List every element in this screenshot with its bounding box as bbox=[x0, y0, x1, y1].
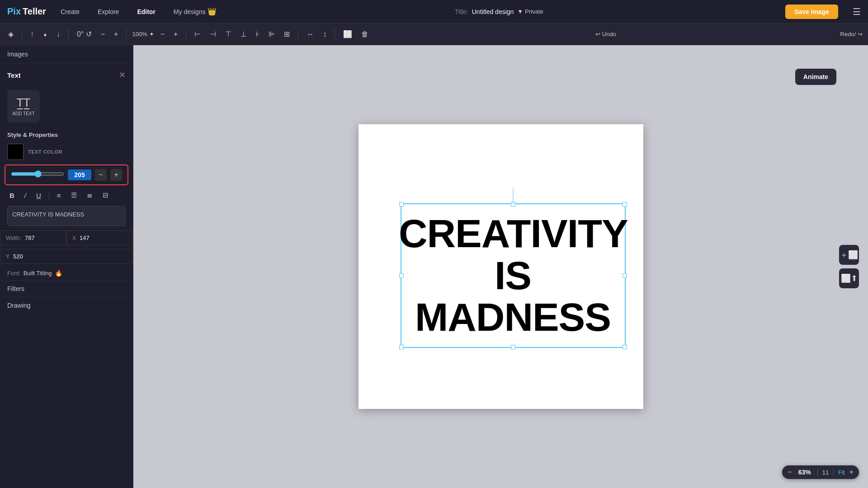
handle-line bbox=[513, 188, 513, 204]
handle-bottom-right[interactable] bbox=[623, 345, 627, 349]
zoom-tool-plus[interactable]: + bbox=[171, 28, 180, 40]
y-row: Y 520 bbox=[0, 249, 133, 264]
align-bottom[interactable]: ⊫ bbox=[266, 28, 278, 40]
zoom-decrease-button[interactable]: − bbox=[788, 468, 792, 476]
text-color-row: TEXT COLOR bbox=[0, 141, 133, 163]
width-label: Width: bbox=[6, 235, 21, 241]
handle-bottom-left[interactable] bbox=[399, 345, 404, 349]
align-left[interactable]: ⊢ bbox=[192, 28, 203, 40]
position-row: Width: 787 X 147 bbox=[0, 230, 133, 245]
x-field: X 147 bbox=[66, 230, 133, 245]
font-label: Font: bbox=[7, 270, 21, 277]
crop-tool[interactable]: ⬜ bbox=[340, 28, 355, 40]
toolbar-separator-6 bbox=[335, 29, 335, 40]
title-value: Untitled design bbox=[472, 8, 514, 15]
font-size-decrease[interactable]: − bbox=[95, 169, 107, 181]
toolbar: ◈ ↑ ⬧ ↓ 0° ↺ − + 100% ✦ − + ⊢ ⊣ ⊤ ⊥ ⊦ ⊫ … bbox=[0, 23, 868, 45]
filters-section[interactable]: Filters bbox=[0, 280, 133, 297]
text-content-box[interactable]: CREATIVITY IS MADNESS bbox=[7, 206, 126, 226]
nav-my-designs[interactable]: My designs 👑 bbox=[170, 5, 220, 18]
align-left-text[interactable]: ≡ bbox=[55, 190, 63, 201]
align-right[interactable]: ⊤ bbox=[222, 28, 234, 40]
flip-h[interactable]: ↔ bbox=[304, 28, 316, 40]
align-justify-text[interactable]: ⊟ bbox=[100, 190, 111, 201]
font-row: Font: Built Titling 🔥 bbox=[0, 266, 133, 280]
italic-button[interactable]: / bbox=[22, 190, 28, 201]
nav-create[interactable]: Create bbox=[57, 6, 83, 17]
undo-button[interactable]: ↩ Undo bbox=[595, 31, 616, 38]
canvas-wrapper: CREATIVITY IS MADNESS bbox=[359, 124, 643, 409]
redo-button[interactable]: Redo/ ↪ bbox=[840, 31, 863, 38]
zoom-tool-minus[interactable]: − bbox=[158, 28, 167, 40]
add-text-button[interactable]: T̲T̲ ADD TEXT bbox=[7, 90, 40, 122]
text-color-swatch[interactable] bbox=[7, 144, 24, 160]
delete-tool[interactable]: 🗑 bbox=[359, 28, 371, 40]
align-center-h[interactable]: ⊣ bbox=[207, 28, 219, 40]
font-size-input[interactable]: 205 bbox=[68, 169, 91, 180]
zoom-percent-display: 63% bbox=[797, 469, 813, 476]
zoom-plus[interactable]: + bbox=[111, 28, 121, 40]
nav-center: Title: Untitled design ▼ Private bbox=[231, 8, 767, 15]
rotate-tool[interactable]: 0° ↺ bbox=[74, 28, 94, 40]
slider-container bbox=[11, 170, 64, 179]
nav-editor[interactable]: Editor bbox=[133, 6, 159, 17]
logo: PixTeller bbox=[7, 6, 46, 17]
text-element[interactable]: CREATIVITY IS MADNESS bbox=[401, 203, 626, 348]
handle-bottom-center[interactable] bbox=[511, 345, 515, 349]
move-up-tool[interactable]: ↑ bbox=[28, 28, 37, 40]
toolbar-separator-2 bbox=[68, 29, 69, 40]
distribute-h[interactable]: ⊞ bbox=[281, 28, 292, 40]
align-center-v[interactable]: ⊦ bbox=[253, 28, 262, 40]
font-name: Built Titling bbox=[24, 270, 52, 277]
main-content: Images Text ✕ T̲T̲ ADD TEXT Style & Prop… bbox=[0, 45, 868, 488]
title-label: Title: bbox=[455, 8, 468, 15]
drawing-section[interactable]: Drawing bbox=[0, 297, 133, 314]
underline-button[interactable]: U bbox=[34, 190, 43, 201]
zoom-separator bbox=[817, 469, 818, 476]
zoom-fit-button[interactable]: Fit bbox=[838, 469, 844, 476]
handle-top-right[interactable] bbox=[623, 202, 627, 206]
layer-button[interactable]: ⬜⬆ bbox=[839, 268, 859, 288]
canvas-area[interactable]: Animate CREATIVITY IS MADNESS − bbox=[133, 45, 868, 488]
panel-header: Text ✕ bbox=[0, 64, 133, 84]
handle-middle-left[interactable] bbox=[399, 273, 404, 278]
add-element-button[interactable]: ＋⬜ bbox=[839, 245, 859, 265]
crown-icon: 👑 bbox=[208, 7, 217, 16]
flip-v[interactable]: ↕ bbox=[320, 28, 329, 40]
bold-button[interactable]: B bbox=[7, 190, 17, 201]
zoom-display: 100% ✦ bbox=[132, 31, 154, 38]
align-center-text[interactable]: ☰ bbox=[69, 190, 79, 201]
align-right-text[interactable]: ≣ bbox=[85, 190, 95, 201]
save-image-button[interactable]: Save image bbox=[785, 5, 838, 19]
toolbar-separator-4 bbox=[186, 29, 186, 40]
align-top[interactable]: ⊥ bbox=[238, 28, 250, 40]
animate-button[interactable]: Animate bbox=[795, 69, 836, 85]
fire-icon: 🔥 bbox=[55, 269, 62, 277]
handle-middle-right[interactable] bbox=[623, 273, 627, 278]
move-diamond-tool[interactable]: ⬧ bbox=[40, 28, 50, 40]
y-field: Y 520 bbox=[0, 249, 133, 264]
handle-top-left[interactable] bbox=[399, 202, 404, 206]
toolbar-separator-5 bbox=[298, 29, 298, 40]
zoom-num-display: 11 bbox=[822, 469, 829, 476]
privacy-dropdown[interactable]: ▼ Private bbox=[517, 8, 543, 15]
toolbar-separator-3 bbox=[126, 29, 127, 40]
nav-explore[interactable]: Explore bbox=[94, 6, 123, 17]
move-down-tool[interactable]: ↓ bbox=[54, 28, 63, 40]
zoom-separator-2 bbox=[833, 469, 834, 476]
right-actions: ＋⬜ ⬜⬆ bbox=[839, 245, 859, 288]
shapes-tool[interactable]: ◈ bbox=[5, 28, 16, 40]
format-row: B / U ≡ ☰ ≣ ⊟ bbox=[0, 187, 133, 203]
font-size-row: 205 − + bbox=[5, 164, 128, 185]
top-navigation: PixTeller Create Explore Editor My desig… bbox=[0, 0, 868, 23]
menu-icon[interactable]: ☰ bbox=[853, 6, 861, 17]
panel-close-button[interactable]: ✕ bbox=[119, 70, 126, 80]
font-size-slider[interactable] bbox=[11, 170, 64, 178]
panel-title: Text bbox=[7, 71, 21, 79]
zoom-minus[interactable]: − bbox=[98, 28, 108, 40]
canvas-text-content: CREATIVITY IS MADNESS bbox=[399, 213, 627, 338]
font-size-increase[interactable]: + bbox=[110, 169, 122, 181]
width-value: 787 bbox=[25, 235, 35, 241]
zoom-increase-button[interactable]: + bbox=[849, 468, 854, 476]
zoom-bar: − 63% 11 Fit + bbox=[782, 465, 859, 479]
